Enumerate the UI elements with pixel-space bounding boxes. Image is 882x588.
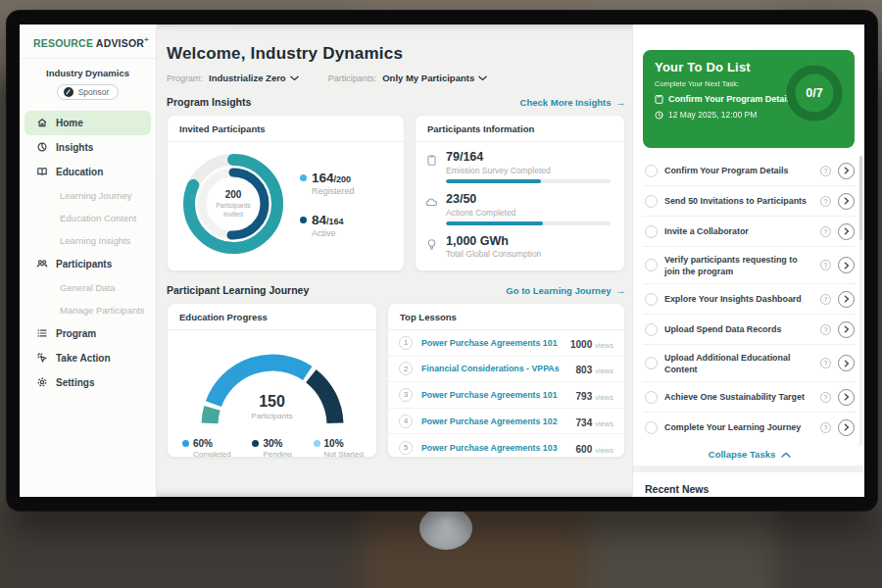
participants-filter: Participants: Only My Participants [328,73,488,83]
task-checkbox[interactable] [645,225,658,238]
task-checkbox[interactable] [645,357,658,369]
participants-icon [36,258,48,270]
gauge-center-label: Participants [168,412,376,420]
lesson-row[interactable]: 1 Power Purchase Agreements 101 1000view… [388,330,624,357]
chevron-right-icon [844,325,850,333]
chevron-right-icon [844,167,850,174]
legend-registered: 164 /200 Registered [300,171,355,196]
help-icon[interactable]: ? [820,196,831,207]
donut-center-value: 200 [225,189,242,200]
lesson-link[interactable]: Power Purchase Agreements 101 [421,390,576,400]
arrow-right-icon: → [616,285,626,296]
sidebar-item-general-data[interactable]: General Data [20,276,156,299]
todo-summary-card: Your To Do List Complete Your Next Task:… [643,50,855,148]
metric-content: 1,000 GWh Total Global Consumption [446,235,541,260]
check-more-insights-link[interactable]: Check More Insights → [520,97,625,108]
lesson-row[interactable]: 4 Power Purchase Agreements 102 734views [388,409,624,435]
help-icon[interactable]: ? [820,294,831,305]
lesson-row[interactable]: 5 Power Purchase Agreements 103 600views [388,434,624,458]
task-checkbox[interactable] [645,323,658,336]
metric-value: 23/50 [446,193,611,207]
task-open-button[interactable] [838,223,855,240]
task-checkbox[interactable] [645,391,658,404]
completed-label: Completed [193,450,231,458]
card-title: Participants Information [416,116,624,142]
lesson-rank: 1 [399,336,413,350]
task-checkbox[interactable] [645,195,658,208]
lesson-link[interactable]: Financial Considerations - VPPAs [421,364,576,373]
task-checkbox[interactable] [645,259,658,271]
help-icon[interactable]: ? [820,226,831,237]
program-filter-label: Program: [167,74,203,83]
sidebar-item-take-action[interactable]: Take Action [20,346,156,370]
task-label: Upload Spend Data Records [664,323,813,335]
chevron-up-icon [781,452,791,458]
bulb-icon [425,235,439,260]
sidebar-item-education[interactable]: Education [20,160,156,184]
legend-not-started: 10% Not Started [314,438,364,458]
task-open-button[interactable] [838,321,855,338]
task-open-button[interactable] [838,389,855,406]
sidebar-item-label: Settings [56,377,94,388]
not-started-dot [314,440,320,447]
task-checkbox[interactable] [645,165,658,177]
chevron-right-icon [844,227,850,235]
sidebar-item-settings[interactable]: Settings [20,370,156,395]
sidebar-item-learning-insights[interactable]: Learning Insights [20,229,156,252]
help-icon[interactable]: ? [820,260,831,270]
sidebar-item-learning-journey[interactable]: Learning Journey [20,184,156,207]
sidebar-item-home[interactable]: Home [24,111,151,135]
top-lessons-list: 1 Power Purchase Agreements 101 1000view… [388,330,624,458]
task-row: Send 50 Invitations to Participants ? [643,186,857,217]
sponsor-badge[interactable]: Sponsor [57,84,120,100]
task-open-button[interactable] [838,355,855,371]
sidebar-item-label: Manage Participants [60,305,145,316]
lesson-link[interactable]: Power Purchase Agreements 101 [421,338,570,348]
program-icon [36,327,48,339]
task-checkbox[interactable] [645,421,658,434]
lesson-rank: 2 [399,362,413,375]
task-open-button[interactable] [838,419,855,436]
clock-icon [655,111,663,120]
dashboard-screen: RESOURCE ADVISOR+ Industry Dynamics Spon… [20,24,864,497]
sidebar-item-insights[interactable]: Insights [20,135,156,160]
education-icon [36,166,48,177]
collapse-tasks-link[interactable]: Collapse Tasks [643,442,857,466]
lesson-rank: 3 [399,388,413,402]
lesson-row[interactable]: 2 Financial Considerations - VPPAs 803vi… [388,357,624,383]
help-icon[interactable]: ? [820,358,831,368]
sidebar-item-participants[interactable]: Participants [20,252,156,276]
scrollbar-thumb[interactable] [859,156,862,240]
sidebar-item-education-content[interactable]: Education Content [20,207,156,229]
registered-label: Registered [312,186,355,196]
todo-panel: Your To Do List Complete Your Next Task:… [632,24,864,497]
task-open-button[interactable] [838,291,855,308]
help-icon[interactable]: ? [820,422,831,433]
lesson-link[interactable]: Power Purchase Agreements 102 [421,416,576,426]
participants-filter-label: Participants: [328,74,377,83]
todo-progress-ring: 0/7 [784,63,845,123]
metric-label: Total Global Consumption [446,249,541,259]
help-icon[interactable]: ? [820,324,831,335]
lesson-link[interactable]: Power Purchase Agreements 103 [421,443,576,453]
task-label: Explore Your Insights Dashboard [664,293,813,305]
sidebar-item-label: Take Action [56,353,111,364]
task-open-button[interactable] [838,163,855,179]
metric-row: 79/164 Emission Survey Completed [425,151,612,183]
task-open-button[interactable] [838,257,855,273]
lesson-row[interactable]: 3 Power Purchase Agreements 101 793views [388,382,624,409]
views-count: 734 [576,417,593,428]
help-icon[interactable]: ? [820,392,831,403]
divider [20,58,156,59]
education-progress-card: Education Progress 150 Participants 60% … [167,303,377,458]
todo-scrollbar[interactable] [859,156,862,446]
go-to-learning-journey-link[interactable]: Go to Learning Journey → [506,285,625,296]
help-icon[interactable]: ? [820,166,831,176]
card-title: Education Progress [168,304,376,330]
sidebar-item-program[interactable]: Program [20,321,156,346]
sidebar-item-manage-participants[interactable]: Manage Participants [20,299,156,321]
program-filter-dropdown[interactable]: Industrialize Zero [209,73,299,83]
participants-filter-dropdown[interactable]: Only My Participants [382,73,487,83]
task-checkbox[interactable] [645,293,658,306]
task-open-button[interactable] [838,193,855,210]
